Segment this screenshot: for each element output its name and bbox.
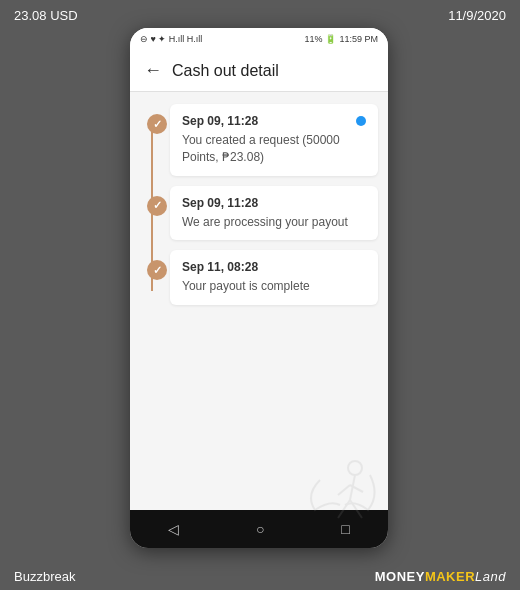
content-area: Sep 09, 11:28 You created a request (500…	[130, 92, 388, 510]
timeline: Sep 09, 11:28 You created a request (500…	[140, 104, 378, 305]
time: 11:59 PM	[339, 34, 378, 44]
svg-line-2	[338, 500, 350, 518]
timeline-item-2: Sep 09, 11:28 We are processing your pay…	[170, 186, 378, 241]
moneymaker-logo: MONEYMAKERLand	[375, 569, 506, 584]
timestamp-3: Sep 11, 08:28	[182, 260, 258, 274]
back-button[interactable]: ←	[144, 60, 162, 81]
status-right: 11% 🔋 11:59 PM	[304, 34, 378, 44]
watermark-figure	[300, 450, 380, 530]
svg-line-4	[338, 485, 350, 495]
message-3: Your payout is complete	[182, 278, 366, 295]
signal-icons: ⊖ ♥ ✦ H.ıll H.ıll	[140, 34, 202, 44]
blue-dot-1	[356, 116, 366, 126]
nav-back-button[interactable]: ◁	[168, 521, 179, 537]
battery-icon: 🔋	[325, 34, 336, 44]
card-header-2: Sep 09, 11:28	[182, 196, 366, 210]
timestamp-1: Sep 09, 11:28	[182, 114, 258, 128]
timeline-item-1: Sep 09, 11:28 You created a request (500…	[170, 104, 378, 176]
battery-level: 11%	[304, 34, 322, 44]
timeline-dot-1	[147, 114, 167, 134]
message-1: You created a request (50000 Points, ₱23…	[182, 132, 366, 166]
date: 11/9/2020	[448, 8, 506, 23]
nav-home-button[interactable]: ○	[256, 521, 264, 537]
bottom-overlay: Buzzbreak MONEYMAKERLand	[0, 563, 520, 590]
timeline-item-3: Sep 11, 08:28 Your payout is complete	[170, 250, 378, 305]
timeline-card-2: Sep 09, 11:28 We are processing your pay…	[170, 186, 378, 241]
svg-point-0	[348, 461, 362, 475]
usd-amount: 23.08 USD	[14, 8, 78, 23]
timeline-dot-2	[147, 196, 167, 216]
timeline-card-3: Sep 11, 08:28 Your payout is complete	[170, 250, 378, 305]
top-overlay: 23.08 USD 11/9/2020	[0, 0, 520, 31]
status-bar: ⊖ ♥ ✦ H.ıll H.ıll 11% 🔋 11:59 PM	[130, 28, 388, 50]
timeline-dot-3	[147, 260, 167, 280]
message-2: We are processing your payout	[182, 214, 366, 231]
brand-name: Buzzbreak	[14, 569, 75, 584]
timeline-card-1: Sep 09, 11:28 You created a request (500…	[170, 104, 378, 176]
page-title: Cash out detail	[172, 62, 279, 80]
card-header-1: Sep 09, 11:28	[182, 114, 366, 128]
card-header-3: Sep 11, 08:28	[182, 260, 366, 274]
timestamp-2: Sep 09, 11:28	[182, 196, 258, 210]
app-header: ← Cash out detail	[130, 50, 388, 92]
status-left: ⊖ ♥ ✦ H.ıll H.ıll	[140, 34, 202, 44]
